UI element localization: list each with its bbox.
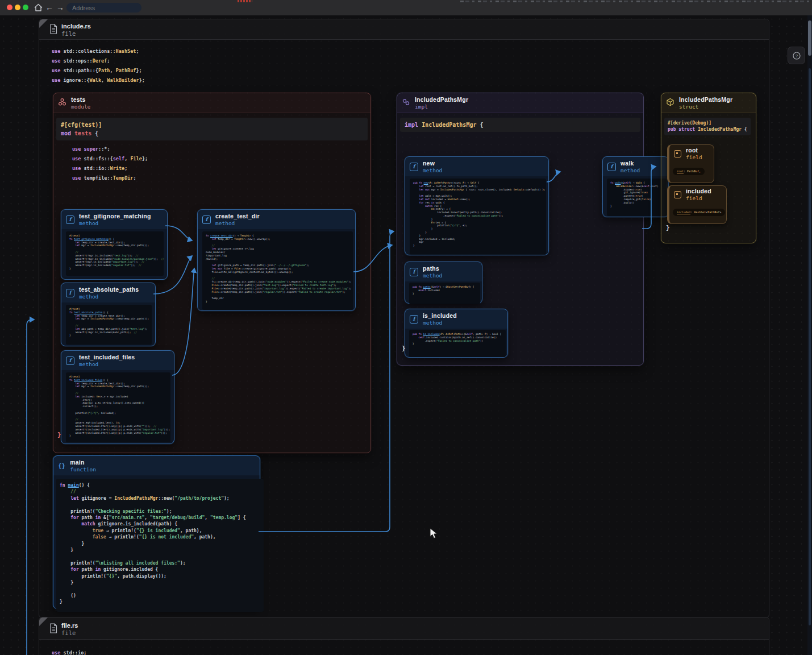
svg-text:?: ?	[795, 53, 798, 59]
node-title: test_included_files	[79, 354, 135, 360]
minimize-window-button[interactable]	[15, 5, 20, 10]
field-node-root[interactable]: root field root: PathBuf,	[667, 144, 714, 183]
node-kind-label: field	[686, 195, 711, 201]
struct-header: IncludedPathsMgr struct	[661, 93, 756, 113]
field-node-included[interactable]: included field included: HashSet<PathBuf…	[667, 185, 727, 224]
method-node-paths[interactable]: f paths method pub fn paths(&self) → &Ha…	[405, 262, 482, 304]
browser-toolbar: ← →	[0, 0, 812, 16]
node-kind-label: method	[621, 167, 640, 173]
struct-decl-code: #[derive(Debug)] pub struct IncludedPath…	[664, 118, 751, 135]
use-statements: use std::collections::HashSet; use std::…	[52, 47, 145, 85]
scrollbar-thumb[interactable]	[808, 20, 811, 56]
scrollbar-shadow	[809, 68, 811, 625]
module-node-tests-header: tests module	[53, 93, 370, 113]
forward-icon[interactable]: →	[56, 0, 64, 15]
function-icon: f	[66, 289, 74, 297]
node-title: test_gitignore_matching	[79, 213, 151, 219]
help-button[interactable]: ?	[788, 47, 805, 64]
method-header: f create_test_dir method	[198, 210, 355, 229]
node-title: is_included	[423, 312, 457, 319]
node-title: walk	[621, 160, 640, 167]
node-kind-label: struct	[679, 103, 732, 110]
code-block: fn main() { // let gitignore = IncludedP…	[56, 479, 264, 612]
function-node-main[interactable]: {} main function fn main() { // let giti…	[53, 455, 260, 609]
node-title: tests	[71, 96, 90, 103]
question-mark-icon: ?	[792, 51, 801, 60]
code-canvas[interactable]: include.rs file use std::collections::Ha…	[0, 15, 812, 655]
module-node-tests[interactable]: tests module #[cfg(test)] mod tests { us…	[53, 93, 371, 453]
method-node-test-gitignore-matching[interactable]: f test_gitignore_matching method #[test]…	[61, 209, 168, 280]
node-kind-label: method	[423, 320, 457, 326]
impl-header: IncludedPathsMgr impl	[397, 93, 643, 113]
top-minimap-strip	[460, 1, 810, 2]
node-title: root	[686, 147, 702, 154]
node-kind-label: method	[79, 293, 139, 300]
node-title: create_test_dir	[215, 213, 260, 219]
use-statements: use std::io;	[52, 648, 86, 655]
method-node-walk[interactable]: f walk method fn walk(&self) → Walk { Wa…	[602, 156, 669, 217]
node-kind-label: method	[79, 220, 151, 226]
fold-corner-icon	[39, 617, 48, 626]
impl-links-icon	[402, 98, 410, 109]
code-block: fn create_test_dir() → TempDir { let tem…	[202, 231, 353, 310]
node-title: main	[70, 459, 96, 466]
field-header: included field	[669, 186, 726, 203]
file-card-file-rs-header: file.rs file	[39, 617, 769, 640]
function-icon: f	[410, 163, 418, 171]
method-header: f walk method	[603, 157, 668, 176]
struct-node-includedpathsmgr[interactable]: IncludedPathsMgr struct #[derive(Debug)]…	[661, 93, 756, 243]
node-title: IncludedPathsMgr	[415, 96, 468, 103]
document-icon	[49, 623, 57, 636]
impl-closing-brace: }	[402, 345, 406, 352]
home-icon[interactable]	[34, 3, 43, 15]
file-kind-label: file	[61, 30, 76, 37]
code-block: fn walk(&self) → Walk { WalkBuilder::new…	[607, 179, 667, 216]
field-icon	[674, 150, 681, 157]
node-kind-label: method	[215, 220, 260, 226]
back-icon[interactable]: ←	[45, 0, 53, 15]
method-header: f test_gitignore_matching method	[61, 210, 167, 229]
braces-icon: {}	[58, 462, 65, 470]
code-block: #[test] fn test_gitignore_matching() { l…	[66, 231, 164, 276]
cube-icon	[666, 98, 674, 109]
method-header: f test_absolute_paths method	[61, 283, 155, 302]
fold-corner-icon	[39, 19, 48, 28]
method-node-test-absolute-paths[interactable]: f test_absolute_paths method #[test] fn …	[61, 283, 156, 346]
code-block: pub fn is_included<P: AsRef<Path>>(&self…	[409, 330, 506, 357]
function-icon: f	[410, 315, 418, 324]
method-header: f is_included method	[405, 309, 507, 329]
method-node-new[interactable]: f new method pub fn new<P: AsRef<Path>>(…	[405, 156, 549, 255]
method-node-is-included[interactable]: f is_included method pub fn is_included<…	[405, 309, 508, 358]
file-card-include-header: include.rs file	[39, 19, 769, 40]
top-minimap-strip-red	[238, 0, 252, 2]
impl-node-includedpathsmgr[interactable]: IncludedPathsMgr impl impl IncludedPaths…	[397, 93, 644, 366]
node-kind-label: module	[71, 103, 90, 110]
node-kind-label: field	[686, 154, 702, 160]
node-kind-label: method	[423, 167, 442, 173]
method-node-test-included-files[interactable]: f test_included_files method #[test] fn …	[61, 350, 174, 444]
code-block: #[test] fn test_included_files() { let t…	[66, 372, 170, 442]
maximize-window-button[interactable]	[23, 5, 28, 10]
file-card-include[interactable]: include.rs file use std::collections::Ha…	[39, 19, 769, 618]
close-window-button[interactable]	[7, 5, 13, 10]
method-header: f new method	[405, 157, 548, 176]
node-kind-label: method	[79, 361, 135, 367]
field-icon	[674, 191, 681, 198]
address-input[interactable]	[66, 3, 141, 13]
method-node-create-test-dir[interactable]: f create_test_dir method fn create_test_…	[197, 209, 356, 311]
function-icon: f	[66, 215, 74, 224]
code-block: pub fn paths(&self) → &HashSet<PathBuf> …	[409, 283, 480, 304]
function-icon: f	[607, 163, 616, 171]
mouse-cursor	[430, 528, 438, 542]
module-decl-code: #[cfg(test)] mod tests {	[56, 118, 368, 140]
node-kind-label: function	[70, 466, 96, 472]
node-kind-label: method	[423, 272, 442, 279]
field-header: root field	[669, 145, 714, 162]
module-icon	[58, 98, 66, 109]
code-block: pub fn new<P: AsRef<Path>>(root: P) → Se…	[410, 179, 546, 255]
function-header: {} main function	[53, 456, 260, 475]
file-card-file-rs[interactable]: file.rs file use std::io;	[39, 617, 769, 655]
node-title: paths	[423, 265, 442, 272]
module-closing-brace: }	[57, 431, 61, 438]
method-header: f paths method	[405, 262, 482, 281]
